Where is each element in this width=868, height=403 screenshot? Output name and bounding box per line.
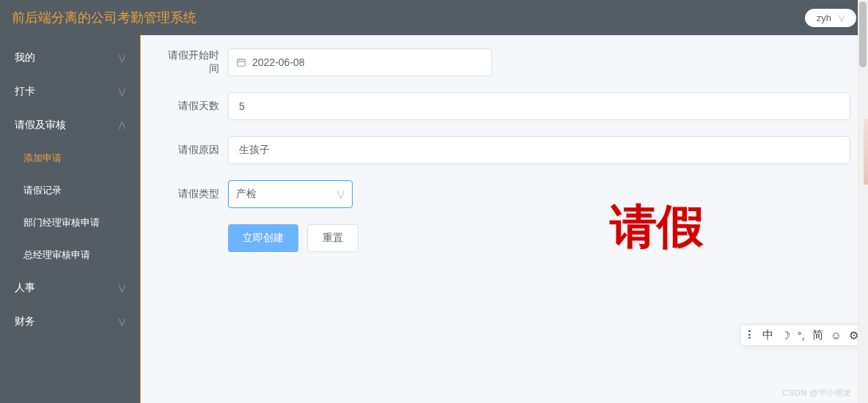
punctuation-icon[interactable]: °, bbox=[798, 329, 805, 341]
reason-label: 请假原因 bbox=[158, 144, 228, 157]
moon-icon[interactable]: ☽ bbox=[781, 329, 790, 342]
type-select[interactable]: 产检 ⋁ bbox=[228, 180, 353, 208]
submit-button[interactable]: 立即创建 bbox=[228, 224, 298, 252]
chevron-down-icon: ⋁ bbox=[119, 284, 125, 293]
sidebar-item-label: 我的 bbox=[15, 51, 35, 64]
sidebar-subitem-dept-review[interactable]: 部门经理审核申请 bbox=[0, 207, 140, 239]
sidebar-item-finance[interactable]: 财务 ⋁ bbox=[0, 305, 140, 339]
ime-toolbar[interactable]: ⠇ 中 ☽ °, 简 ☺ ⚙ bbox=[740, 325, 866, 346]
sidebar-item-label: 请假及审核 bbox=[15, 119, 66, 132]
sidebar-item-label: 打卡 bbox=[15, 85, 35, 98]
csdn-watermark: CSDN @宇小明龙 bbox=[783, 388, 852, 399]
sidebar-submenu-leave: 添加申请 请假记录 部门经理审核申请 总经理审核申请 bbox=[0, 142, 140, 271]
sidebar-item-clockin[interactable]: 打卡 ⋁ bbox=[0, 75, 140, 108]
sidebar-subitem-leave-records[interactable]: 请假记录 bbox=[0, 174, 140, 207]
type-label: 请假类型 bbox=[158, 188, 228, 201]
days-label: 请假天数 bbox=[158, 100, 228, 113]
main-content: 请假开始时间 2022-06-08 请假天数 请假原因 请假类型 产检 bbox=[141, 35, 868, 403]
script-indicator[interactable]: 简 bbox=[812, 328, 823, 342]
user-name: zyh bbox=[817, 12, 831, 23]
calendar-icon bbox=[236, 57, 246, 67]
sidebar-subitem-gm-review[interactable]: 总经理审核申请 bbox=[0, 239, 140, 271]
start-date-value: 2022-06-08 bbox=[252, 56, 305, 68]
lang-indicator[interactable]: 中 bbox=[762, 328, 773, 342]
chevron-down-icon: ⋁ bbox=[839, 14, 845, 22]
svg-rect-0 bbox=[238, 59, 246, 66]
start-date-label: 请假开始时间 bbox=[158, 49, 228, 75]
chevron-up-icon: ⋁ bbox=[119, 121, 125, 130]
watermark-text: 请假 bbox=[610, 195, 704, 259]
sidebar-item-label: 财务 bbox=[15, 315, 35, 328]
divider-icon: ⠇ bbox=[747, 329, 755, 342]
side-avatar-hint bbox=[864, 119, 868, 185]
reset-button[interactable]: 重置 bbox=[307, 224, 358, 252]
days-input[interactable] bbox=[228, 92, 850, 120]
chevron-down-icon: ⋁ bbox=[119, 317, 125, 327]
app-header: 前后端分离的公司考勤管理系统 zyh ⋁ bbox=[0, 0, 868, 35]
reason-input[interactable] bbox=[228, 136, 850, 164]
sidebar: 我的 ⋁ 打卡 ⋁ 请假及审核 ⋁ 添加申请 请假记录 部门经理审核申请 总经理… bbox=[0, 35, 141, 403]
sidebar-item-mine[interactable]: 我的 ⋁ bbox=[0, 41, 140, 75]
chevron-down-icon: ⋁ bbox=[119, 53, 125, 63]
sidebar-subitem-add-apply[interactable]: 添加申请 bbox=[0, 142, 140, 174]
user-dropdown[interactable]: zyh ⋁ bbox=[805, 9, 856, 27]
sidebar-item-hr[interactable]: 人事 ⋁ bbox=[0, 271, 140, 305]
type-value: 产检 bbox=[236, 188, 257, 201]
smile-icon[interactable]: ☺ bbox=[831, 329, 842, 341]
sidebar-item-leave[interactable]: 请假及审核 ⋁ bbox=[0, 108, 140, 142]
sidebar-item-label: 人事 bbox=[15, 281, 35, 295]
chevron-down-icon: ⋁ bbox=[337, 189, 345, 199]
chevron-down-icon: ⋁ bbox=[119, 87, 125, 97]
app-title: 前后端分离的公司考勤管理系统 bbox=[12, 9, 196, 26]
start-date-input[interactable]: 2022-06-08 bbox=[228, 48, 492, 76]
page-scrollbar[interactable] bbox=[858, 0, 868, 403]
